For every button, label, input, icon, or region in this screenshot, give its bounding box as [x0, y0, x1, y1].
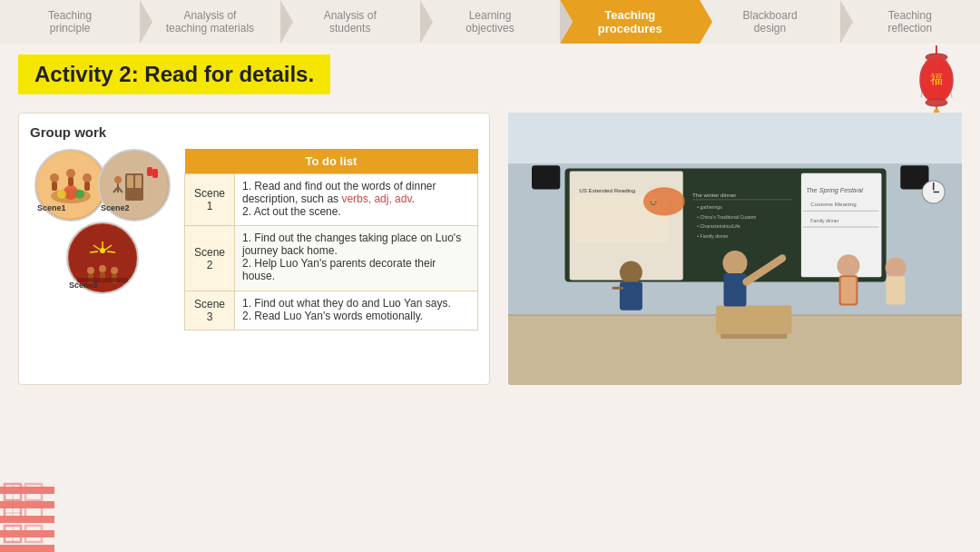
table-row: Scene 2 1. Find out the changes taking p…: [185, 226, 478, 291]
svg-text:US Extended Reading: US Extended Reading: [579, 187, 635, 193]
svg-rect-19: [52, 182, 57, 191]
svg-rect-69: [724, 273, 747, 306]
nav-item-learning-objectives[interactable]: Learning objectives: [420, 0, 560, 44]
svg-rect-21: [68, 177, 74, 186]
svg-rect-73: [841, 277, 857, 303]
svg-text:Customs    Meaning: Customs Meaning: [810, 201, 857, 207]
svg-point-41: [87, 267, 94, 274]
svg-rect-33: [152, 169, 158, 178]
svg-rect-32: [147, 167, 152, 176]
table-row: Scene 1 1. Read and find out the words o…: [185, 174, 478, 226]
scene-circles: Scene1: [30, 149, 175, 330]
svg-rect-66: [620, 281, 642, 310]
svg-point-65: [620, 261, 642, 284]
bottom-left-decoration: [0, 479, 54, 552]
scene1-label: Scene1: [37, 203, 66, 212]
svg-point-28: [114, 176, 122, 183]
svg-point-16: [57, 190, 66, 199]
group-work-title: Group work: [30, 124, 478, 140]
svg-text:Family dinner: Family dinner: [810, 218, 838, 223]
scene3-label-cell: Scene 3: [185, 291, 235, 330]
table-row: Scene 3 1. Find out what they do and Luo…: [185, 291, 478, 330]
nav-item-teaching-principle[interactable]: Teaching principle: [0, 0, 140, 44]
svg-line-40: [107, 251, 115, 252]
right-panel-classroom: US Extended Reading: [508, 113, 962, 385]
nav-label-learning-objectives: Learning objectives: [466, 9, 514, 34]
scene2-label-cell: Scene 2: [185, 226, 235, 291]
todo-table: To do list Scene 1 1. Read and find out …: [184, 149, 478, 330]
scene2-label: Scene2: [101, 203, 130, 212]
svg-rect-64: [720, 334, 787, 339]
svg-point-20: [66, 169, 75, 178]
svg-text:• China's Traditional Custom: • China's Traditional Custom: [697, 214, 756, 220]
nav-label-analysis-teaching-materials: Analysis of teaching materials: [166, 9, 254, 34]
svg-point-6: [926, 99, 947, 106]
svg-rect-56: [532, 165, 560, 189]
svg-point-71: [838, 254, 860, 277]
svg-text:The Spring Festival: The Spring Festival: [806, 186, 863, 194]
svg-rect-63: [716, 306, 791, 334]
nav-item-teaching-reflection[interactable]: Teaching reflection: [840, 0, 980, 44]
svg-rect-75: [887, 276, 906, 304]
nav-item-teaching-procedures[interactable]: Teaching procedures: [560, 0, 700, 44]
nav-label-blackboard-design: Blackboard design: [743, 9, 798, 34]
group-work-inner: Scene1: [30, 149, 478, 330]
lantern-decoration: 福: [912, 45, 962, 122]
svg-text:• gatherings: • gatherings: [697, 204, 722, 210]
svg-rect-67: [612, 287, 624, 290]
svg-point-74: [886, 257, 906, 278]
svg-point-17: [75, 190, 84, 199]
svg-rect-96: [25, 526, 42, 542]
svg-text:The winter dinner: The winter dinner: [692, 192, 736, 198]
nav-item-analysis-teaching-materials[interactable]: Analysis of teaching materials: [140, 0, 279, 44]
scene3-tasks: 1. Find out what they do and Luo Yan say…: [235, 291, 478, 330]
svg-point-68: [722, 251, 747, 275]
svg-point-18: [50, 173, 59, 182]
svg-point-43: [99, 265, 106, 272]
nav-item-blackboard-design[interactable]: Blackboard design: [700, 0, 839, 44]
nav-label-teaching-reflection: Teaching reflection: [887, 9, 932, 34]
nav-label-teaching-principle: Teaching principle: [48, 9, 92, 34]
svg-text:福: 福: [930, 73, 943, 86]
scene2-tasks: 1. Find out the changes taking place on …: [235, 226, 478, 291]
svg-rect-94: [25, 484, 42, 500]
svg-rect-49: [508, 113, 962, 163]
nav-label-teaching-procedures: Teaching procedures: [598, 8, 662, 35]
svg-point-45: [111, 267, 118, 274]
svg-text:🍲: 🍲: [650, 199, 657, 206]
svg-text:• Characteristics/Life: • Characteristics/Life: [697, 223, 740, 229]
svg-text:• Family dinner: • Family dinner: [697, 233, 729, 239]
scene3-label: Scene3: [69, 281, 98, 290]
todo-header: To do list: [185, 149, 478, 174]
scene1-label-cell: Scene 1: [185, 174, 235, 226]
scenes-area: Scene1: [30, 149, 175, 330]
svg-rect-27: [135, 175, 142, 188]
navigation-bar: Teaching principle Analysis of teaching …: [0, 0, 980, 44]
svg-line-39: [90, 251, 98, 252]
main-content: 福 Activity 2: Read for details. Group wo…: [0, 44, 980, 394]
svg-rect-23: [84, 182, 90, 191]
svg-rect-95: [25, 505, 42, 521]
highlight-verbs: verbs, adj, adv: [341, 192, 411, 205]
activity-title: Activity 2: Read for details.: [18, 54, 330, 94]
content-row: Group work: [18, 113, 962, 385]
svg-point-22: [83, 173, 92, 182]
svg-rect-26: [127, 175, 133, 188]
left-panel: Group work: [18, 113, 490, 385]
scene1-tasks: 1. Read and find out the words of dinner…: [235, 174, 478, 226]
nav-label-analysis-students: Analysis of students: [324, 9, 377, 34]
nav-item-analysis-students[interactable]: Analysis of students: [280, 0, 420, 44]
